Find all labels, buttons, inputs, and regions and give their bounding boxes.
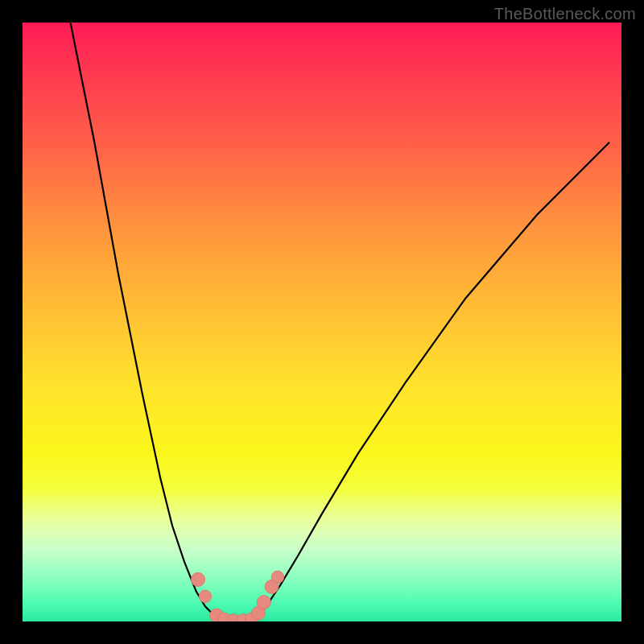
chart-svg [23,23,621,621]
data-marker [271,571,284,584]
curve-right-curve [250,142,609,621]
data-marker [191,572,204,586]
data-marker [257,596,270,609]
data-marker [199,590,212,603]
curve-left-curve [71,23,224,621]
chart-plot-area [23,23,621,621]
watermark-text: TheBottleneck.com [494,5,636,23]
